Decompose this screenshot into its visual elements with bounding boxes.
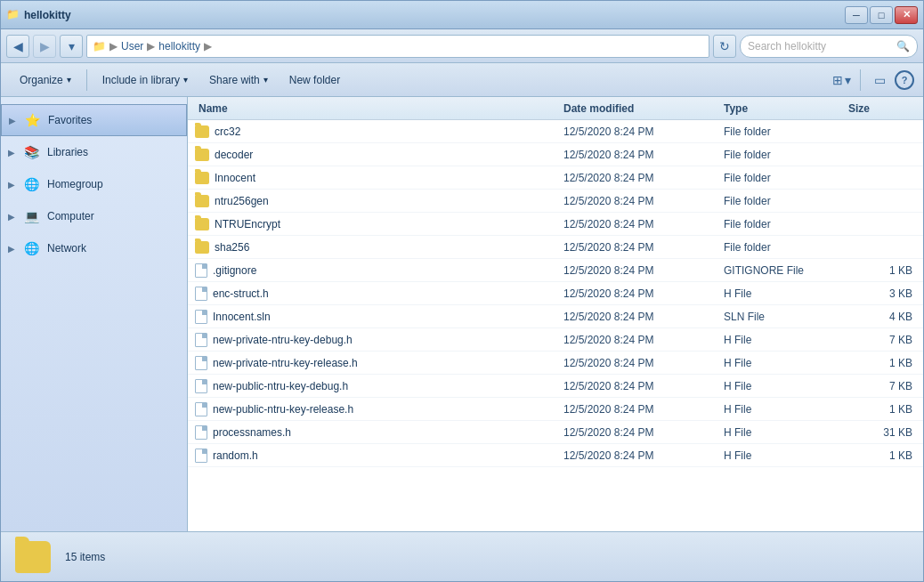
search-icon: 🔍	[896, 40, 910, 53]
file-name-cell: new-private-ntru-key-debug.h	[195, 333, 560, 347]
maximize-button[interactable]: □	[870, 6, 893, 24]
file-name-cell: new-public-ntru-key-debug.h	[195, 379, 560, 393]
file-name-cell: processnames.h	[195, 425, 560, 440]
sidebar-item-homegroup[interactable]: ▶ 🌐 Homegroup	[1, 168, 187, 200]
sidebar-item-computer[interactable]: ▶ 💻 Computer	[1, 200, 187, 232]
file-size: 1 KB	[845, 357, 916, 369]
file-name-cell: ntru256gen	[195, 195, 560, 207]
table-row[interactable]: new-private-ntru-key-release.h 12/5/2020…	[188, 352, 923, 375]
dropdown-button[interactable]: ▾	[60, 35, 83, 58]
file-name-cell: Innocent	[195, 172, 560, 184]
folder-icon	[195, 172, 209, 184]
folder-icon	[195, 241, 209, 254]
organize-button[interactable]: Organize	[10, 68, 81, 93]
file-list: crc32 12/5/2020 8:24 PM File folder deco…	[188, 120, 923, 467]
sidebar-label-libraries: Libraries	[47, 146, 88, 158]
toolbar-right: ⊞ ▾ ▭ ?	[830, 69, 914, 92]
title-bar: 📁 hellokitty ─ □ ✕	[1, 1, 923, 29]
file-name: enc-struct.h	[213, 287, 269, 300]
file-type: File folder	[720, 195, 845, 207]
table-row[interactable]: processnames.h 12/5/2020 8:24 PM H File …	[188, 421, 923, 444]
file-type: File folder	[720, 218, 845, 230]
table-row[interactable]: sha256 12/5/2020 8:24 PM File folder	[188, 236, 923, 259]
breadcrumb: 📁 ▶ User ▶ hellokitty ▶	[86, 35, 709, 58]
table-row[interactable]: decoder 12/5/2020 8:24 PM File folder	[188, 143, 923, 166]
sidebar-item-network[interactable]: ▶ 🌐 Network	[1, 232, 187, 264]
file-date: 12/5/2020 8:24 PM	[560, 125, 720, 138]
file-date: 12/5/2020 8:24 PM	[560, 357, 720, 369]
new-folder-button[interactable]: New folder	[280, 68, 350, 93]
refresh-button[interactable]: ↻	[713, 35, 736, 58]
table-row[interactable]: Innocent 12/5/2020 8:24 PM File folder	[188, 166, 923, 190]
window-title: hellokitty	[24, 9, 71, 21]
table-row[interactable]: new-public-ntru-key-debug.h 12/5/2020 8:…	[188, 375, 923, 398]
favorites-arrow: ▶	[9, 116, 16, 125]
col-type[interactable]: Type	[720, 102, 845, 115]
file-icon	[195, 287, 207, 301]
libraries-icon: 📚	[22, 143, 40, 161]
file-size: 1 KB	[845, 403, 916, 416]
file-size: 1 KB	[845, 449, 916, 462]
file-name-cell: NTRUEncrypt	[195, 218, 560, 230]
file-name-cell: new-private-ntru-key-release.h	[195, 356, 560, 370]
table-row[interactable]: crc32 12/5/2020 8:24 PM File folder	[188, 120, 923, 143]
file-name-cell: new-public-ntru-key-release.h	[195, 402, 560, 416]
file-icon	[195, 310, 207, 324]
file-date: 12/5/2020 8:24 PM	[560, 241, 720, 254]
file-date: 12/5/2020 8:24 PM	[560, 218, 720, 230]
table-row[interactable]: new-private-ntru-key-debug.h 12/5/2020 8…	[188, 328, 923, 352]
help-button[interactable]: ?	[895, 70, 914, 90]
table-row[interactable]: random.h 12/5/2020 8:24 PM H File 1 KB	[188, 444, 923, 467]
file-icon	[195, 425, 207, 440]
minimize-button[interactable]: ─	[845, 6, 868, 24]
homegroup-arrow: ▶	[8, 180, 15, 190]
file-size: 1 KB	[845, 264, 916, 277]
file-type: H File	[720, 287, 845, 300]
panel-toggle-button[interactable]: ▭	[868, 69, 891, 92]
table-row[interactable]: .gitignore 12/5/2020 8:24 PM GITIGNORE F…	[188, 259, 923, 282]
view-toggle-button[interactable]: ⊞ ▾	[830, 69, 853, 92]
file-name: crc32	[215, 125, 240, 138]
file-size: 31 KB	[845, 426, 916, 439]
title-bar-left: 📁 hellokitty	[6, 8, 71, 22]
sidebar-label-network: Network	[47, 242, 86, 255]
file-name-cell: sha256	[195, 241, 560, 254]
forward-button[interactable]: ▶	[33, 35, 56, 58]
breadcrumb-icon: 📁	[93, 40, 106, 53]
col-date[interactable]: Date modified	[560, 102, 720, 115]
table-row[interactable]: NTRUEncrypt 12/5/2020 8:24 PM File folde…	[188, 213, 923, 236]
table-row[interactable]: new-public-ntru-key-release.h 12/5/2020 …	[188, 398, 923, 421]
sidebar-item-libraries[interactable]: ▶ 📚 Libraries	[1, 136, 187, 168]
breadcrumb-hellokitty[interactable]: hellokitty	[158, 40, 200, 53]
file-type: H File	[720, 357, 845, 369]
share-with-button[interactable]: Share with	[199, 68, 278, 93]
table-row[interactable]: ntru256gen 12/5/2020 8:24 PM File folder	[188, 190, 923, 213]
file-date: 12/5/2020 8:24 PM	[560, 195, 720, 207]
network-icon: 🌐	[22, 239, 40, 257]
breadcrumb-user[interactable]: User	[121, 40, 143, 53]
file-date: 12/5/2020 8:24 PM	[560, 449, 720, 462]
file-date: 12/5/2020 8:24 PM	[560, 334, 720, 346]
table-row[interactable]: enc-struct.h 12/5/2020 8:24 PM H File 3 …	[188, 282, 923, 305]
col-name[interactable]: Name	[195, 102, 560, 115]
file-size: 7 KB	[845, 334, 916, 346]
table-row[interactable]: Innocent.sln 12/5/2020 8:24 PM SLN File …	[188, 305, 923, 328]
computer-icon: 💻	[22, 207, 40, 225]
file-type: H File	[720, 449, 845, 462]
file-type: GITIGNORE File	[720, 264, 845, 277]
file-type: SLN File	[720, 311, 845, 323]
close-button[interactable]: ✕	[895, 6, 918, 24]
back-button[interactable]: ◀	[6, 35, 29, 58]
file-icon	[195, 402, 207, 416]
main-content: ▶ ⭐ Favorites ▶ 📚 Libraries ▶ 🌐 Homegrou…	[1, 97, 923, 531]
status-folder-icon	[15, 541, 51, 573]
file-icon	[195, 356, 207, 370]
folder-icon	[195, 195, 209, 207]
search-box[interactable]: Search hellokitty 🔍	[740, 35, 918, 58]
include-library-button[interactable]: Include in library	[93, 68, 198, 93]
sidebar-item-favorites[interactable]: ▶ ⭐ Favorites	[1, 104, 187, 136]
file-name: decoder	[215, 149, 253, 161]
sidebar-label-homegroup: Homegroup	[47, 178, 103, 190]
status-bar: 15 items	[1, 531, 923, 581]
col-size[interactable]: Size	[845, 102, 916, 115]
